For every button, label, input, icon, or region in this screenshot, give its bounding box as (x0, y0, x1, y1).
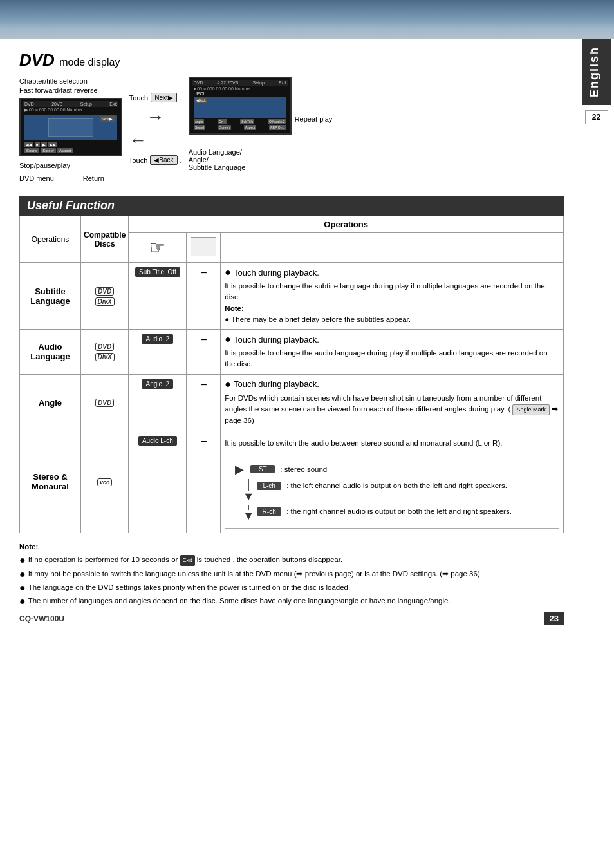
touch-next-label: Touch Next▶. (129, 93, 181, 102)
screen-top-bar: DVD20VBSetupExit (23, 101, 118, 107)
rch-row: R-ch : the right channel audio is output… (257, 507, 549, 516)
note-text-2: It may not be possible to switch the lan… (28, 568, 480, 580)
note-item-2: ● It may not be possible to switch the l… (19, 568, 564, 580)
useful-function-table: Operations CompatibleDiscs Operations ☞ … (19, 216, 564, 533)
language-tab: English (582, 39, 611, 105)
note-bullet-1: ● (19, 554, 26, 566)
stereo-desc: It is possible to switch the audio betwe… (221, 431, 564, 533)
audio-language-label: Audio Language/Angle/Subtitle Language (189, 148, 246, 171)
audio-screen: Audio 2 (129, 330, 187, 375)
audio-divx-badge: DivX (95, 353, 115, 361)
dvd-middle: Touch Next▶. → ← Touch ◀Back. (129, 77, 182, 167)
stereo-discs: vco (81, 431, 129, 533)
operations-top-header: Operations (129, 216, 564, 233)
note-bullet-2: ● (19, 568, 26, 580)
subtitle-desc: ● Touch during playback. It is possible … (221, 263, 564, 330)
subtitle-language-row: Subtitle Language DVD DivX Sub Title Off… (20, 263, 564, 330)
note-text-4: The number of languages and angles depen… (28, 595, 451, 607)
note-bullet-4: ● (19, 595, 26, 607)
subtitle-discs: DVD DivX (81, 263, 129, 330)
right-tab: English 22 (579, 39, 614, 124)
stereo-diagram: ▶ ST : stereo sound ▼ L-ch (225, 453, 559, 529)
operations-col-header: Operations (20, 216, 81, 263)
repeat-label: Repeat play (295, 115, 333, 123)
touch-icon: ☞ (149, 238, 165, 258)
dvd-diagram-area: Chapter/title selectionFast forward/fast… (19, 77, 564, 183)
divx-badge: DivX (95, 297, 115, 306)
subtitle-feature-label: Subtitle Language (20, 263, 81, 330)
footer-page: 23 (544, 612, 564, 625)
dvd-menu-label: DVD menu (19, 174, 54, 183)
angle-desc: ● Touch during playback. For DVDs which … (221, 374, 564, 431)
angle-dvd-badge: DVD (95, 399, 114, 407)
left-screen: DVD20VBSetupExit ▶ 00 ≡ 000 00:00:00 Num… (19, 98, 122, 156)
note-item-4: ● The number of languages and angles dep… (19, 595, 564, 607)
audio-feature-label: Audio Language (20, 330, 81, 375)
subtitle-dash: – (187, 263, 221, 330)
dvd-left: Chapter/title selectionFast forward/fast… (19, 77, 122, 183)
dvd-right: DVD4:22 20VBSetupExit ♦ 00 ≡ 000 00:00:0… (189, 77, 333, 171)
angle-ui-btn: Angle 2 (142, 379, 173, 389)
desc-col-header (221, 233, 564, 263)
subtitle-ui-btn: Sub Title Off (135, 267, 180, 277)
angle-discs: DVD (81, 374, 129, 431)
rch-label: : the right channel audio is output on b… (286, 507, 512, 515)
angle-mark-btn: Angle Mark (512, 404, 550, 416)
angle-dash: – (187, 374, 221, 431)
stereo-monaural-row: Stereo & Monaural vco Audio L-ch – It is… (20, 431, 564, 533)
back-button[interactable]: ◀Back (150, 155, 177, 165)
dvd-badge: DVD (95, 287, 114, 296)
exit-btn: Exit (180, 555, 195, 565)
stop-label: Stop/pause/play (19, 161, 70, 170)
note-item-1: ● If no operation is performed for 10 se… (19, 554, 564, 566)
stereo-feature-label: Stereo & Monaural (20, 431, 81, 533)
audio-dvd-badge: DVD (95, 343, 114, 351)
main-content: DVD mode display Chapter/title selection… (0, 39, 577, 637)
note-text-3: The language on the DVD settings takes p… (28, 581, 351, 593)
screen-col-header: ☞ (129, 233, 187, 263)
lch-btn: L-ch (257, 482, 281, 490)
lch-label: : the left channel audio is output on bo… (286, 482, 507, 489)
audio-discs: DVD DivX (81, 330, 129, 375)
next-button[interactable]: Next▶ (151, 93, 177, 102)
bottom-notes: Note: ● If no operation is performed for… (19, 541, 564, 607)
right-screen: DVD4:22 20VBSetupExit ♦ 00 ≡ 000 00:00:0… (189, 77, 292, 135)
dvd-title: DVD mode display (19, 50, 120, 70)
page-footer: CQ-VW100U 23 (19, 612, 564, 625)
stereo-dash: – (187, 431, 221, 533)
useful-function-header: Useful Function (19, 196, 564, 216)
rch-btn: R-ch (257, 507, 281, 516)
audio-language-row: Audio Language DVD DivX Audio 2 – ● Touc… (20, 330, 564, 375)
footer-model: CQ-VW100U (19, 614, 64, 623)
lch-row: L-ch : the left channel audio is output … (257, 482, 549, 490)
chapter-label: Chapter/title selectionFast forward/fast… (19, 77, 98, 95)
angle-feature-label: Angle (20, 374, 81, 431)
top-image-bar (0, 0, 614, 39)
touch-back-label: Touch ◀Back. (129, 155, 182, 165)
note-bullet-3: ● (19, 581, 26, 594)
stereo-desc-text: It is possible to switch the audio betwe… (225, 438, 559, 449)
stereo-st-row: ▶ ST : stereo sound (235, 462, 549, 476)
return-label: Return (83, 174, 104, 183)
audio-dash: – (187, 330, 221, 375)
audio-ui-btn: Audio 2 (142, 334, 173, 344)
note-text-1: If no operation is performed for 10 seco… (28, 554, 342, 565)
note-title: Note: (19, 541, 564, 552)
st-label: : stereo sound (280, 466, 327, 473)
angle-row: Angle DVD Angle 2 – ● Touch during playb… (20, 374, 564, 431)
audio-desc-text: It is possible to change the audio langu… (225, 348, 559, 370)
compatible-discs-header: CompatibleDiscs (81, 216, 129, 263)
empty-box (191, 237, 216, 256)
right-screen-top: DVD4:22 20VBSetupExit (192, 80, 288, 86)
angle-desc-text: For DVDs which contain scenes which have… (225, 393, 559, 427)
subtitle-desc-text: It is possible to change the subtitle la… (225, 281, 559, 325)
note-item-3: ● The language on the DVD settings takes… (19, 581, 564, 594)
page-number-box: 22 (585, 110, 608, 124)
angle-screen: Angle 2 (129, 374, 187, 431)
stereo-ui-btn: Audio L-ch (138, 436, 177, 446)
table-header-row: Operations CompatibleDiscs Operations (20, 216, 564, 233)
vcd-badge: vco (97, 478, 113, 486)
stereo-screen: Audio L-ch (129, 431, 187, 533)
st-btn: ST (250, 465, 275, 473)
empty-box-header (187, 233, 221, 263)
